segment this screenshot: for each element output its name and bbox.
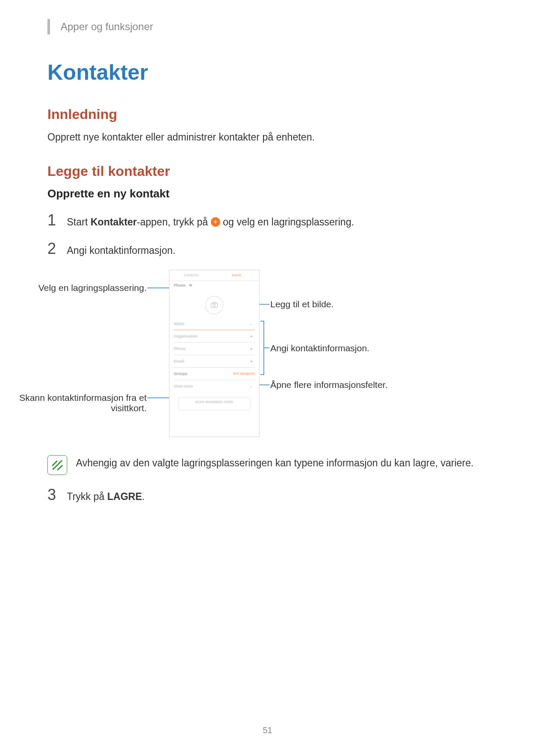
step-3: 3 Trykk på LAGRE.: [47, 487, 488, 503]
field-label: Phone: [174, 347, 248, 351]
note: Avhengig av den valgte lagringsplasserin…: [47, 455, 488, 475]
svg-line-8: [53, 461, 57, 465]
save-button[interactable]: SAVE: [214, 270, 259, 281]
section-intro-body: Opprett nye kontakter eller administrer …: [47, 130, 488, 144]
section-intro-heading: Innledning: [47, 106, 488, 122]
breadcrumb-text: Apper og funksjoner: [60, 21, 153, 32]
field-view-more[interactable]: View more ⌄: [174, 380, 255, 392]
breadcrumb-bar: [47, 19, 50, 34]
add-icon[interactable]: +: [248, 359, 255, 364]
callout-scan: Skann kontaktinformasjon fra et visittko…: [13, 393, 147, 413]
text-bold: Kontakter: [91, 216, 137, 228]
field-value: Not assigned: [233, 372, 255, 375]
page-title: Kontakter: [47, 60, 488, 85]
field-organisation[interactable]: Organisation +: [174, 330, 255, 343]
text: Start: [67, 216, 91, 228]
add-icon[interactable]: +: [248, 334, 255, 339]
leader-line: [147, 287, 171, 288]
camera-icon: [211, 302, 218, 308]
step-1: 1 Start Kontakter-appen, trykk på + og v…: [47, 212, 488, 229]
callout-storage: Velg en lagringsplassering.: [13, 283, 147, 293]
page-number: 51: [0, 725, 535, 735]
field-label: Name: [174, 322, 248, 326]
callout-more: Åpne flere informasjonsfelter.: [270, 380, 388, 390]
step-number: 2: [47, 241, 67, 256]
cancel-button[interactable]: CANCEL: [169, 270, 214, 281]
avatar-zone: [169, 293, 259, 318]
breadcrumb: Apper og funksjoner: [47, 21, 488, 36]
field-name[interactable]: Name ⌄: [174, 318, 255, 330]
section-add-heading: Legge til kontakter: [47, 163, 488, 179]
section-add-subheading: Opprette en ny kontakt: [47, 187, 488, 200]
text: -appen, trykk på: [137, 216, 210, 228]
svg-point-6: [213, 304, 216, 307]
diagram: Velg en lagringsplassering. Skann kontak…: [47, 270, 488, 442]
chevron-down-icon[interactable]: ⌄: [248, 384, 255, 388]
step-number: 1: [47, 212, 67, 228]
chevron-down-icon: [189, 284, 192, 287]
text: og velg en lagringsplassering.: [220, 216, 354, 228]
field-phone[interactable]: Phone +: [174, 343, 255, 355]
phone-mock: CANCEL SAVE Phone: [169, 270, 260, 437]
step-text: Angi kontaktinformasjon.: [67, 241, 175, 257]
phone-topbar: CANCEL SAVE: [169, 270, 259, 281]
storage-label: Phone: [174, 283, 186, 287]
field-groups[interactable]: Groups Not assigned: [174, 368, 255, 380]
step-text: Start Kontakter-appen, trykk på + og vel…: [67, 212, 354, 229]
add-icon[interactable]: +: [248, 346, 255, 351]
scan-business-card-button[interactable]: SCAN BUSINESS CARD: [178, 397, 250, 410]
field-email[interactable]: Email +: [174, 355, 255, 368]
field-label: Organisation: [174, 334, 248, 338]
svg-line-9: [58, 465, 62, 470]
fields: Name ⌄ Organisation + Phone + Email +: [169, 318, 259, 392]
note-text: Avhengig av den valgte lagringsplasserin…: [76, 455, 474, 470]
leader-line: [259, 384, 269, 385]
field-label: View more: [174, 384, 248, 388]
chevron-down-icon[interactable]: ⌄: [248, 322, 255, 326]
text-bold: LAGRE: [107, 491, 142, 502]
field-label: Email: [174, 359, 248, 363]
text: .: [142, 491, 144, 502]
step-number: 3: [47, 487, 67, 503]
text: Trykk på: [67, 491, 107, 502]
leader-bracket: [260, 321, 269, 375]
plus-icon: +: [211, 217, 220, 227]
callout-info: Angi kontaktinformasjon.: [270, 343, 369, 353]
add-photo-button[interactable]: [205, 296, 223, 314]
storage-selector[interactable]: Phone: [169, 281, 259, 293]
note-icon: [47, 455, 67, 475]
callout-image: Legg til et bilde.: [270, 299, 334, 309]
step-text: Trykk på LAGRE.: [67, 487, 145, 503]
field-label: Groups: [174, 372, 233, 376]
step-2: 2 Angi kontaktinformasjon.: [47, 241, 488, 257]
